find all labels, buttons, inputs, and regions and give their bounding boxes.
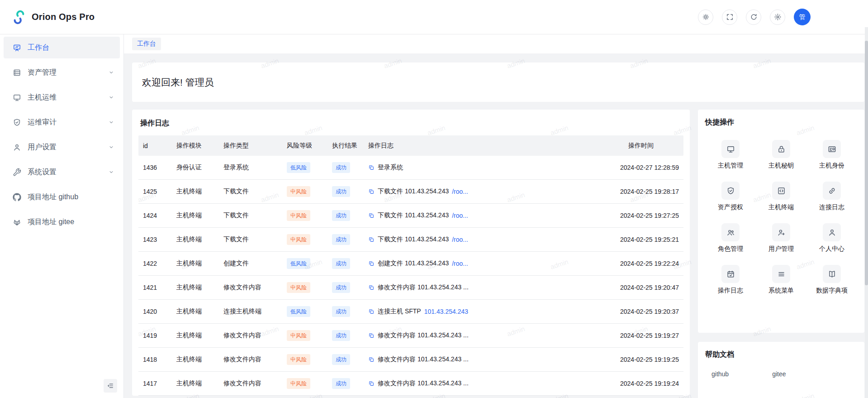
- risk-badge: 中风险: [287, 186, 310, 197]
- sidebar-item-workbench[interactable]: 工作台: [4, 37, 120, 58]
- book-icon: [823, 265, 841, 283]
- welcome-message: 欢迎回来! 管理员: [142, 76, 214, 89]
- quick-action-op-log[interactable]: 操作日志: [705, 265, 756, 295]
- quick-action-host-keys[interactable]: 主机秘钥: [756, 140, 806, 170]
- cell-module: 主机终端: [172, 187, 219, 196]
- copy-icon[interactable]: [368, 236, 375, 243]
- sidebar-collapse-button[interactable]: [104, 379, 117, 393]
- menu-icon: [772, 265, 790, 283]
- copy-icon[interactable]: [368, 284, 375, 291]
- quick-action-label: 资产授权: [705, 203, 756, 211]
- result-badge: 成功: [332, 162, 350, 173]
- risk-badge: 中风险: [287, 210, 310, 221]
- help-link-github[interactable]: github: [711, 370, 729, 378]
- quick-action-label: 主机终端: [756, 203, 806, 211]
- log-text: 修改文件内容 101.43.254.243 ...: [378, 355, 469, 364]
- user-avatar[interactable]: 管: [794, 9, 811, 25]
- sidebar-item-assets[interactable]: 资产管理: [4, 62, 120, 83]
- risk-badge: 中风险: [287, 282, 310, 293]
- cell-module: 主机终端: [172, 355, 219, 364]
- fullscreen-button[interactable]: [722, 10, 737, 25]
- quick-action-label: 主机管理: [705, 162, 756, 170]
- quick-actions-card: 快捷操作 主机管理主机秘钥主机身份资产授权主机终端连接日志角色管理用户管理个人中…: [698, 110, 864, 333]
- quick-action-host-identity[interactable]: 主机身份: [806, 140, 857, 170]
- col-header-risk: 风险等级: [282, 142, 327, 150]
- copy-icon[interactable]: [368, 308, 375, 315]
- reload-icon: [750, 13, 758, 21]
- col-header-module: 操作模块: [172, 142, 219, 150]
- copy-icon[interactable]: [368, 356, 375, 363]
- breadcrumb-item-workbench[interactable]: 工作台: [132, 38, 161, 50]
- quick-action-role-manage[interactable]: 角色管理: [705, 223, 756, 253]
- col-header-type: 操作类型: [219, 142, 282, 150]
- log-link[interactable]: /roo...: [452, 212, 468, 219]
- dashboard-icon: [13, 43, 21, 52]
- chevron-down-icon: [108, 94, 114, 101]
- quick-action-label: 操作日志: [705, 287, 756, 295]
- assets-icon: [13, 68, 21, 77]
- help-link-gitee[interactable]: gitee: [772, 370, 786, 378]
- log-link[interactable]: /roo...: [452, 188, 468, 195]
- quick-action-user-manage[interactable]: 用户管理: [756, 223, 806, 253]
- table-row: 1419 主机终端 修改文件内容 中风险 成功 修改文件内容 101.43.25…: [138, 324, 683, 348]
- copy-icon[interactable]: [368, 260, 375, 267]
- cell-id: 1421: [138, 284, 172, 291]
- lock-icon: [772, 140, 790, 158]
- cell-time: 2024-02-25 19:19:24: [597, 380, 683, 387]
- result-badge: 成功: [332, 282, 350, 293]
- risk-badge: 低风险: [287, 162, 310, 173]
- quick-action-data-dict[interactable]: 数据字典项: [806, 265, 857, 295]
- copy-icon[interactable]: [368, 380, 375, 387]
- code-icon: [772, 182, 790, 200]
- log-text: 登录系统: [378, 163, 403, 172]
- refresh-button[interactable]: [746, 10, 761, 25]
- result-badge: 成功: [332, 306, 350, 317]
- cell-time: 2024-02-25 19:28:17: [597, 188, 683, 195]
- operation-log-title: 操作日志: [140, 119, 682, 128]
- copy-icon[interactable]: [368, 332, 375, 339]
- log-link[interactable]: /roo...: [452, 260, 468, 267]
- cell-type: 创建文件: [219, 259, 282, 268]
- sidebar-item-gitee[interactable]: 项目地址 gitee: [4, 211, 120, 233]
- wrench-icon: [13, 168, 21, 177]
- result-badge: 成功: [332, 258, 350, 269]
- theme-button[interactable]: [698, 10, 713, 25]
- cell-module: 身份认证: [172, 163, 219, 172]
- user-icon: [13, 143, 21, 152]
- sidebar-item-github[interactable]: 项目地址 github: [4, 186, 120, 208]
- calendar-check-icon: [721, 265, 740, 283]
- table-row: 1420 主机终端 连接主机终端 低风险 成功 连接主机 SFTP 101.43…: [138, 300, 683, 324]
- sidebar-item-user-settings[interactable]: 用户设置: [4, 136, 120, 158]
- chevron-down-icon: [108, 119, 114, 125]
- copy-icon[interactable]: [368, 212, 375, 219]
- github-icon: [13, 193, 21, 201]
- quick-action-asset-grant[interactable]: 资产授权: [705, 182, 756, 211]
- main-area: 工作台 欢迎回来! 管理员 操作日志 id 操作模块 操作类型 风险等级 执行结…: [124, 34, 868, 398]
- shield-icon: [13, 118, 21, 127]
- risk-badge: 低风险: [287, 258, 310, 269]
- result-badge: 成功: [332, 378, 350, 389]
- log-text: 修改文件内容 101.43.254.243 ...: [378, 379, 469, 388]
- cell-id: 1436: [138, 164, 172, 171]
- scrollbar-thumb[interactable]: [865, 41, 868, 285]
- log-link[interactable]: 101.43.254.243: [424, 308, 468, 315]
- log-link[interactable]: /roo...: [452, 236, 468, 243]
- copy-icon[interactable]: [368, 164, 375, 171]
- sidebar-item-system-settings[interactable]: 系统设置: [4, 161, 120, 183]
- idcard-icon: [823, 140, 841, 158]
- log-text: 修改文件内容 101.43.254.243 ...: [378, 283, 469, 292]
- quick-action-label: 数据字典项: [806, 287, 857, 295]
- quick-action-connect-log[interactable]: 连接日志: [806, 182, 857, 211]
- quick-action-host-manage[interactable]: 主机管理: [705, 140, 756, 170]
- quick-action-host-terminal[interactable]: 主机终端: [756, 182, 806, 211]
- sidebar-item-audit[interactable]: 运维审计: [4, 111, 120, 133]
- risk-badge: 中风险: [287, 354, 310, 365]
- monitor-icon: [13, 93, 21, 102]
- cell-type: 修改文件内容: [219, 331, 282, 340]
- sidebar-item-host-ops[interactable]: 主机运维: [4, 86, 120, 108]
- settings-button[interactable]: [770, 10, 785, 25]
- copy-icon[interactable]: [368, 188, 375, 195]
- cell-time: 2024-02-25 19:22:24: [597, 260, 683, 267]
- quick-action-sys-menu[interactable]: 系统菜单: [756, 265, 806, 295]
- quick-action-profile[interactable]: 个人中心: [806, 223, 857, 253]
